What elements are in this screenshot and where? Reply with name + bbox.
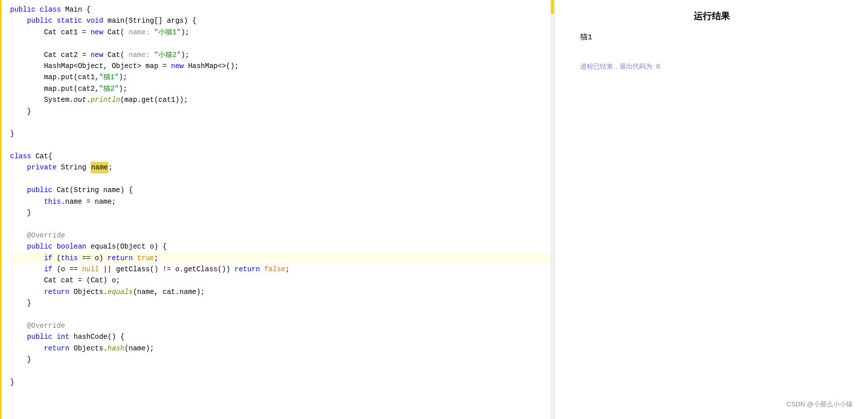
- code-line-18: this.name = name;: [10, 196, 554, 207]
- code-line-17: public Cat(String name) {: [10, 185, 554, 196]
- code-panel: public class Main { public static void m…: [0, 0, 554, 419]
- result-process: 进程已结束，退出代码为 0: [575, 62, 848, 71]
- code-line-8: map.put(cat2,"猫2");: [10, 83, 554, 94]
- code-line-20: [10, 218, 554, 229]
- scrollbar-thumb[interactable]: [551, 0, 554, 14]
- code-line-16: [10, 173, 554, 185]
- code-line-1: public class Main {: [10, 4, 554, 15]
- code-line-6: HashMap<Object, Object> map = new HashMa…: [10, 61, 554, 72]
- result-title: 运行结果: [575, 10, 848, 22]
- code-editor[interactable]: public class Main { public static void m…: [0, 4, 554, 388]
- code-line-23: if (this == o) return true;: [10, 253, 554, 264]
- code-line-5: Cat cat2 = new Cat( name: "小猫2");: [10, 49, 554, 61]
- code-line-31: return Objects.hash(name);: [10, 343, 554, 354]
- code-line-34: }: [10, 377, 554, 388]
- code-line-30: public int hashCode() {: [10, 331, 554, 342]
- code-line-32: }: [10, 354, 554, 365]
- result-panel: 运行结果 猫1 进程已结束，退出代码为 0 CSDN @小那么小小猿: [554, 0, 868, 419]
- code-line-29: @Override: [10, 320, 554, 331]
- code-line-26: return Objects.equals(name, cat.name);: [10, 286, 554, 297]
- code-line-24: if (o == null || getClass() != o.getClas…: [10, 264, 554, 275]
- code-line-22: public boolean equals(Object o) {: [10, 241, 554, 252]
- code-line-2: public static void main(String[] args) {: [10, 15, 554, 26]
- code-line-11: [10, 117, 554, 128]
- code-line-3: Cat cat1 = new Cat( name: "小猫1");: [10, 27, 554, 38]
- code-line-27: }: [10, 297, 554, 309]
- code-line-15: private String name;: [10, 162, 554, 173]
- code-line-4: [10, 38, 554, 49]
- code-line-7: map.put(cat1,"猫1");: [10, 72, 554, 83]
- code-line-14: class Cat{: [10, 151, 554, 162]
- code-line-33: [10, 366, 554, 377]
- code-line-13: [10, 140, 554, 151]
- code-line-9: System.out.println(map.get(cat1));: [10, 94, 554, 105]
- watermark: CSDN @小那么小小猿: [786, 400, 853, 409]
- result-output: 猫1: [575, 32, 848, 42]
- code-line-12: }: [10, 128, 554, 139]
- code-line-28: [10, 309, 554, 320]
- code-line-19: }: [10, 207, 554, 218]
- scrollbar-track[interactable]: [550, 0, 554, 419]
- code-line-10: }: [10, 106, 554, 117]
- code-line-21: @Override: [10, 230, 554, 241]
- code-line-25: Cat cat = (Cat) o;: [10, 275, 554, 286]
